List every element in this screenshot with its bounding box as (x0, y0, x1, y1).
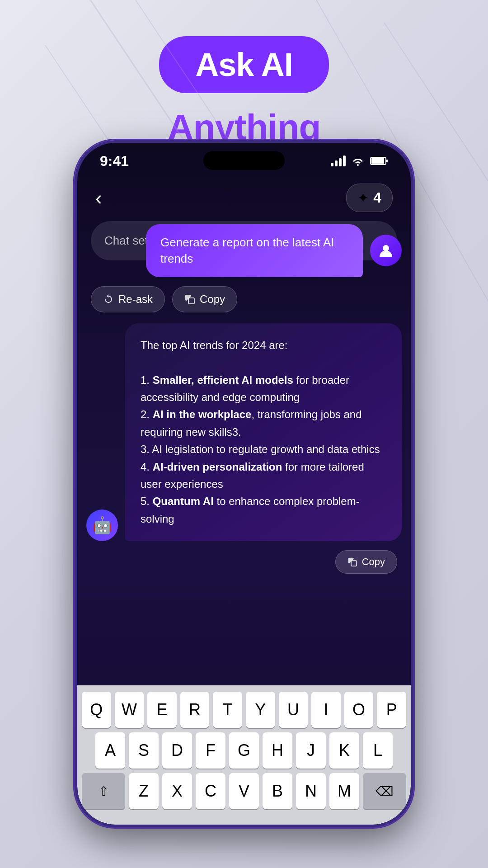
status-time: 9:41 (100, 153, 129, 170)
reask-icon (103, 294, 114, 305)
delete-key[interactable]: ⌫ (363, 773, 406, 809)
key-l[interactable]: L (363, 732, 393, 769)
ask-ai-badge: Ask AI (159, 36, 328, 93)
key-k[interactable]: K (329, 732, 359, 769)
key-y[interactable]: Y (246, 692, 275, 728)
key-q[interactable]: Q (82, 692, 111, 728)
svg-point-8 (383, 245, 389, 251)
key-n[interactable]: N (296, 773, 326, 809)
copy-top-label: Copy (200, 293, 225, 306)
copy-bottom-label: Copy (362, 556, 385, 568)
copy-bottom-icon (347, 557, 357, 567)
ai-avatar: 🤖 (86, 509, 118, 541)
keyboard-row-1: Q W E R T Y U I O P (82, 692, 406, 728)
key-s[interactable]: S (129, 732, 159, 769)
key-r[interactable]: R (180, 692, 210, 728)
user-message-row: Generate a report on the latest AI trend… (86, 224, 402, 277)
dynamic-island (203, 151, 285, 170)
back-button[interactable]: ‹ (95, 188, 102, 208)
key-u[interactable]: U (279, 692, 308, 728)
key-f[interactable]: F (196, 732, 225, 769)
shift-key[interactable]: ⇧ (82, 773, 125, 809)
chat-scroll-area: Generate a report on the latest AI trend… (77, 224, 411, 716)
svg-rect-10 (351, 561, 357, 566)
user-avatar (370, 235, 402, 266)
key-j[interactable]: J (296, 732, 326, 769)
wifi-icon (351, 156, 365, 166)
svg-rect-6 (371, 158, 384, 164)
battery-icon (370, 156, 388, 166)
key-g[interactable]: G (229, 732, 259, 769)
user-message-bubble: Generate a report on the latest AI trend… (146, 224, 363, 277)
ask-ai-text: Ask AI (195, 47, 292, 83)
phone-screen: 9:41 (77, 143, 411, 825)
keyboard-row-3: ⇧ Z X C V B N M ⌫ (82, 773, 406, 809)
key-x[interactable]: X (162, 773, 192, 809)
key-m[interactable]: M (329, 773, 359, 809)
copy-top-button[interactable]: Copy (172, 286, 237, 312)
app-header: ‹ ✦ 4 (77, 175, 411, 221)
status-icons (331, 156, 388, 166)
ai-message-row: 🤖 The top AI trends for 2024 are: 1. Sma… (86, 323, 402, 541)
signal-icon (331, 156, 346, 166)
keyboard-row-2: A S D F G H J K L (82, 732, 406, 769)
reask-button[interactable]: Re-ask (91, 286, 165, 312)
key-p[interactable]: P (377, 692, 406, 728)
phone-mockup: 9:41 (75, 140, 413, 827)
key-e[interactable]: E (147, 692, 177, 728)
credits-badge[interactable]: ✦ 4 (346, 184, 393, 212)
sparkle-icon: ✦ (357, 190, 369, 206)
action-buttons: Re-ask Copy (86, 286, 402, 312)
copy-bottom-area: Copy (86, 550, 397, 574)
ai-message-bubble: The top AI trends for 2024 are: 1. Small… (125, 323, 402, 541)
credits-count: 4 (373, 189, 381, 206)
svg-rect-7 (386, 160, 388, 162)
phone-frame: 9:41 (75, 140, 413, 827)
key-h[interactable]: H (263, 732, 292, 769)
key-a[interactable]: A (95, 732, 125, 769)
ai-avatar-emoji: 🤖 (92, 516, 113, 535)
key-z[interactable]: Z (129, 773, 159, 809)
ai-message-text: The top AI trends for 2024 are: 1. Small… (141, 337, 386, 528)
copy-top-icon (184, 294, 195, 305)
user-message-text: Generate a report on the latest AI trend… (160, 236, 334, 265)
key-i[interactable]: I (311, 692, 341, 728)
key-t[interactable]: T (213, 692, 242, 728)
key-d[interactable]: D (162, 732, 192, 769)
reask-label: Re-ask (118, 293, 153, 306)
user-avatar-icon (378, 242, 394, 259)
keyboard: Q W E R T Y U I O P A S D F G (77, 685, 411, 825)
key-o[interactable]: O (344, 692, 374, 728)
svg-rect-9 (188, 298, 194, 304)
key-v[interactable]: V (229, 773, 259, 809)
key-c[interactable]: C (196, 773, 225, 809)
key-b[interactable]: B (263, 773, 292, 809)
copy-bottom-button[interactable]: Copy (335, 550, 397, 574)
key-w[interactable]: W (115, 692, 144, 728)
ai-intro: The top AI trends for 2024 are: (141, 339, 288, 351)
